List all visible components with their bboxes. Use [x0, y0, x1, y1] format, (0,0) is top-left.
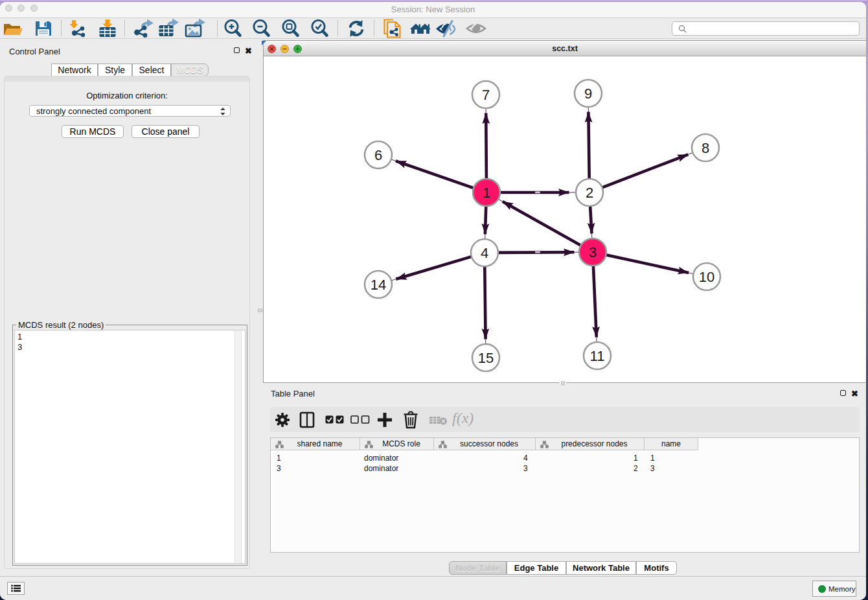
svg-text:9: 9 — [584, 86, 592, 102]
svg-text:7: 7 — [482, 87, 490, 103]
svg-text:6: 6 — [374, 147, 382, 163]
svg-text:8: 8 — [702, 140, 709, 156]
svg-text:11: 11 — [590, 348, 605, 364]
svg-text:2: 2 — [586, 185, 593, 201]
svg-text:3: 3 — [589, 244, 597, 260]
svg-text:1: 1 — [483, 185, 490, 201]
svg-text:4: 4 — [481, 245, 488, 261]
svg-text:10: 10 — [699, 269, 714, 285]
svg-text:15: 15 — [478, 350, 494, 366]
svg-text:14: 14 — [371, 277, 386, 293]
